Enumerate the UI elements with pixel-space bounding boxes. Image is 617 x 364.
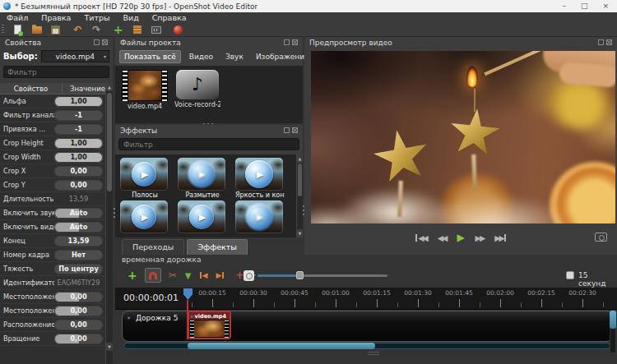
scroll-down-icon[interactable]: ▼: [297, 229, 303, 237]
timeline-toolbar: + ✂ ▼ ◀ ▶ + +: [123, 267, 260, 283]
property-value[interactable]: 0,00: [54, 292, 103, 302]
effect-item-brightness[interactable]: ▶ Яркость и конт...: [235, 158, 285, 199]
property-value[interactable]: По центру: [54, 264, 103, 274]
timeline-hscrollbar-thumb[interactable]: [188, 343, 375, 349]
property-value[interactable]: 1,00: [54, 152, 103, 163]
effect-item[interactable]: ▶: [178, 200, 227, 233]
properties-filter-input[interactable]: [3, 66, 109, 78]
razor-button[interactable]: ✂: [169, 270, 177, 281]
save-project-button[interactable]: [50, 24, 62, 35]
rewind-button[interactable]: ◀◀: [438, 233, 447, 242]
property-value[interactable]: 0,00: [54, 180, 103, 191]
add-track-button[interactable]: +: [128, 270, 137, 281]
resize-grip[interactable]: [368, 352, 379, 355]
clip-selector-dropdown[interactable]: video.mp4 ▾: [41, 50, 109, 62]
timeline-clip[interactable]: ▾ video.mp4: [188, 311, 231, 339]
tab-transitions[interactable]: Переходы: [122, 239, 184, 255]
effect-item[interactable]: ▶: [235, 200, 285, 233]
tab-show-all[interactable]: Показать всё: [119, 50, 181, 63]
float-panel-icon[interactable]: [284, 127, 290, 133]
zoom-slider-handle[interactable]: [296, 271, 304, 279]
property-value[interactable]: 0,00: [54, 320, 103, 330]
close-button[interactable]: ×: [602, 2, 609, 10]
choose-profile-button[interactable]: [172, 24, 183, 35]
jump-to-end-button[interactable]: ▶▶: [494, 233, 506, 242]
export-video-button[interactable]: [132, 24, 143, 35]
track-collapse-icon[interactable]: ▾: [128, 315, 130, 320]
effect-item-bars[interactable]: ▶ Полосы: [120, 158, 169, 199]
menu-edit[interactable]: Правка: [35, 13, 77, 22]
property-value[interactable]: 0,00: [54, 306, 103, 316]
close-panel-icon[interactable]: [292, 39, 298, 45]
clip-thumbnail-image: [194, 320, 225, 337]
effect-item-blur[interactable]: ▶ Размытие: [178, 158, 227, 199]
snapping-toggle[interactable]: [145, 268, 161, 283]
tab-effects[interactable]: Эффекты: [187, 239, 248, 255]
properties-scrollbar[interactable]: ▲ ▼: [105, 83, 113, 364]
undo-button[interactable]: ↶: [72, 24, 83, 35]
property-value[interactable]: 0,00: [54, 334, 103, 344]
add-marker-button[interactable]: ▼: [185, 271, 192, 280]
maximize-button[interactable]: □: [581, 2, 588, 10]
property-value[interactable]: Auto: [54, 208, 103, 219]
property-value[interactable]: -1: [54, 110, 103, 121]
property-value[interactable]: 13,59: [54, 236, 103, 247]
timeline-vscrollbar-thumb[interactable]: [610, 311, 616, 329]
effects-filter-input[interactable]: [118, 138, 299, 150]
redo-button[interactable]: ↷: [90, 24, 102, 35]
scroll-up-icon[interactable]: ▲: [297, 154, 303, 163]
import-files-button[interactable]: +: [113, 24, 124, 35]
minimize-button[interactable]: –: [562, 2, 566, 10]
menu-titles[interactable]: Титры: [77, 13, 116, 22]
menu-file[interactable]: Файл: [0, 13, 35, 22]
close-panel-icon[interactable]: [292, 127, 298, 133]
clip-menu-icon[interactable]: ▾: [191, 314, 193, 319]
tab-video[interactable]: Видео: [185, 51, 217, 62]
float-panel-icon[interactable]: [94, 39, 100, 45]
float-panel-icon[interactable]: [598, 39, 604, 45]
property-value[interactable]: -1: [54, 124, 103, 135]
video-frame: [311, 51, 615, 223]
previous-marker-button[interactable]: ◀: [200, 271, 208, 279]
close-panel-icon[interactable]: [606, 39, 612, 45]
scroll-up-icon[interactable]: ▲: [106, 83, 113, 91]
property-value[interactable]: 0,00: [54, 166, 103, 177]
playhead-marker[interactable]: [183, 288, 193, 300]
menu-help[interactable]: Справка: [146, 13, 193, 22]
scale-checkbox[interactable]: [566, 271, 574, 279]
property-label: Конец: [0, 237, 54, 245]
scrollbar-thumb[interactable]: [298, 164, 302, 196]
close-panel-icon[interactable]: [102, 39, 108, 45]
new-project-button[interactable]: [12, 24, 24, 35]
effects-scrollbar[interactable]: ▲ ▼: [296, 154, 303, 237]
float-panel-icon[interactable]: [284, 39, 290, 45]
file-item-video[interactable]: video.mp4: [122, 70, 168, 110]
property-value[interactable]: Нет: [54, 250, 103, 260]
effect-item[interactable]: ▶: [120, 200, 169, 233]
zoom-out-button[interactable]: +: [235, 270, 244, 280]
open-project-button[interactable]: [31, 24, 43, 35]
play-icon: ▶: [199, 169, 206, 180]
fast-forward-button[interactable]: ▶▶: [476, 233, 485, 242]
menu-view[interactable]: Вид: [116, 13, 145, 22]
column-property: Свойство: [0, 83, 63, 94]
property-value[interactable]: 1,00: [54, 138, 103, 149]
property-value[interactable]: 1,00: [54, 96, 103, 107]
effect-thumbnail: ▶: [178, 158, 225, 191]
file-item-audio[interactable]: ♪ Voice-record-20...: [174, 70, 220, 108]
property-value[interactable]: Auto: [54, 222, 103, 233]
timeline-scale-label: 15 секунд: [578, 271, 617, 288]
jump-to-start-button[interactable]: ◀◀: [415, 233, 427, 242]
effect-thumbnail: ▶: [120, 200, 168, 233]
timeline-ruler[interactable]: 00:00:00:01 00:00:15 00:00:30 00:00:45 0…: [115, 288, 617, 310]
next-marker-button[interactable]: ▶: [216, 271, 224, 279]
project-files-panel: Файлы проекта Показать всё Видео Звук Из…: [115, 37, 303, 123]
scrollbar-thumb[interactable]: [107, 93, 112, 191]
fullscreen-button[interactable]: [151, 24, 162, 35]
zoom-slider-icon[interactable]: [244, 270, 254, 281]
tab-audio[interactable]: Звук: [221, 51, 248, 62]
snapshot-icon[interactable]: [595, 233, 607, 242]
play-button[interactable]: ▶: [457, 232, 464, 243]
scroll-down-icon[interactable]: ▼: [106, 343, 113, 351]
toolbar-grip[interactable]: [2, 25, 4, 35]
